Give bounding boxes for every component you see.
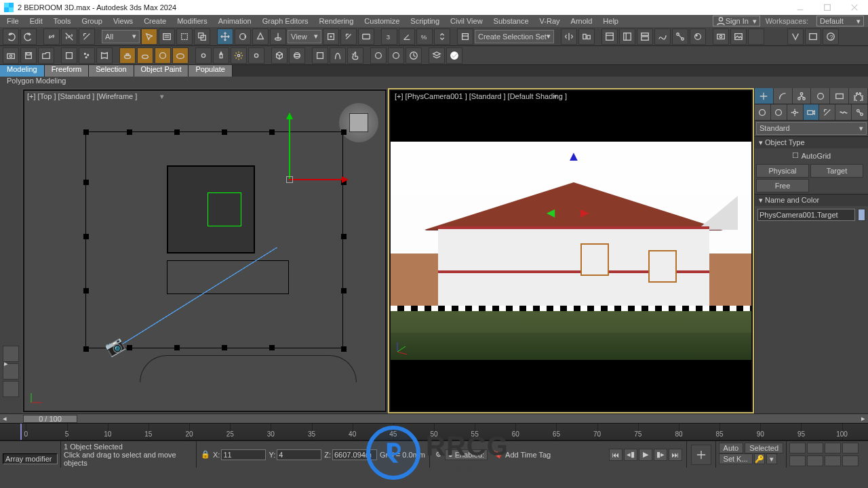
percent-snap-button[interactable]: % <box>416 28 433 45</box>
keyboard-shortcut-override-button[interactable] <box>358 28 374 45</box>
cmd-tab-motion[interactable] <box>811 88 830 104</box>
undo-button[interactable] <box>3 28 19 45</box>
clock-icon[interactable] <box>406 47 422 64</box>
walk-through-button[interactable] <box>807 443 823 453</box>
light-sun-icon[interactable] <box>248 47 264 64</box>
menu-views[interactable]: Views <box>111 17 136 25</box>
gizmo-z-icon[interactable]: ▲ <box>567 148 580 164</box>
vray-frame-buffer-btn[interactable] <box>805 28 821 45</box>
cmd-tab-create[interactable] <box>755 88 774 104</box>
menu-group[interactable]: Group <box>79 17 105 25</box>
autogrid-checkbox[interactable]: ☐AutoGrid <box>755 148 868 163</box>
pan-view-button[interactable] <box>789 443 806 453</box>
time-ruler[interactable]: 0 5 10 15 20 25 30 35 40 45 50 55 60 65 … <box>0 423 868 441</box>
sub-lights-icon[interactable] <box>787 104 804 120</box>
script-enabled-toggle[interactable]: ● Enabled: <box>445 449 488 460</box>
goto-end-button[interactable]: ⏭ <box>669 449 682 461</box>
maximize-button[interactable] <box>814 0 841 15</box>
menu-customize[interactable]: Customize <box>361 17 402 25</box>
object-name-input[interactable] <box>757 209 855 221</box>
gizmo-y-icon[interactable]: ◀ <box>547 206 555 219</box>
type-physical[interactable]: Physical <box>756 164 809 178</box>
sub-helpers-icon[interactable] <box>819 104 835 120</box>
menu-civilview[interactable]: Civil View <box>448 17 485 25</box>
named-selection-dropdown[interactable]: Create Selection Set▾ <box>475 30 554 43</box>
select-move-button[interactable] <box>217 28 233 45</box>
cloth-button[interactable] <box>96 47 113 64</box>
menu-rendering[interactable]: Rendering <box>317 17 357 25</box>
sign-in-dropdown[interactable]: Sign In ▾ <box>713 16 760 26</box>
sub-shapes-icon[interactable] <box>771 104 787 120</box>
time-slider-track[interactable]: 0 / 100 <box>9 415 859 423</box>
set-key-button[interactable]: Set K... <box>719 453 753 464</box>
menu-graph[interactable]: Graph Editors <box>260 17 311 25</box>
unlink-button[interactable] <box>61 28 77 45</box>
rendered-frame-button[interactable] <box>730 28 747 45</box>
viewport-filter-icon[interactable]: ▾ <box>553 92 557 101</box>
coord-z-input[interactable] <box>332 449 377 460</box>
link-button[interactable] <box>43 28 60 45</box>
toggle-layer-explorer-button[interactable] <box>619 28 635 45</box>
key-filters-icon[interactable]: 🔑 <box>754 453 765 464</box>
slider-left-arrow[interactable]: ◂ <box>3 414 7 423</box>
use-pivot-center-button[interactable] <box>323 28 339 45</box>
light-omni-icon[interactable] <box>231 47 247 64</box>
viewport-camera[interactable]: [+] [PhysCamera001 ] [Standard ] [Defaul… <box>389 89 753 412</box>
key-mode-toggle-icon[interactable] <box>691 445 711 465</box>
slider-right-arrow[interactable]: ▸ <box>861 414 865 423</box>
schematic-view-button[interactable] <box>672 28 688 45</box>
snapshot-button[interactable] <box>3 47 19 64</box>
workspace-dropdown[interactable]: Default ▾ <box>816 16 864 26</box>
menu-edit[interactable]: Edit <box>27 17 45 25</box>
rollout-name-color[interactable]: ▾ Name and Color <box>755 194 868 206</box>
ribbon-tab-populate[interactable]: Populate <box>189 65 232 77</box>
sub-geometry-icon[interactable] <box>755 104 771 120</box>
move-gizmo-y[interactable] <box>289 118 290 179</box>
curve-editor-button[interactable] <box>654 28 671 45</box>
auto-key-button[interactable]: Auto <box>719 443 744 453</box>
render-production-button[interactable] <box>748 28 764 45</box>
coord-x-input[interactable] <box>221 449 266 460</box>
vray-btn[interactable] <box>787 28 804 45</box>
selected-filter-button[interactable]: Selected <box>745 443 783 453</box>
menu-scripting[interactable]: Scripting <box>408 17 442 25</box>
select-rotate-button[interactable] <box>235 28 251 45</box>
menu-help[interactable]: Help <box>600 17 621 25</box>
type-free[interactable]: Free <box>756 179 809 192</box>
gray-sphere-icon[interactable] <box>370 47 387 64</box>
select-scale-button[interactable] <box>252 28 269 45</box>
time-tag-icon[interactable]: 🔖 <box>493 450 502 459</box>
window-crossing-button[interactable] <box>194 28 210 45</box>
sub-systems-icon[interactable] <box>852 104 868 120</box>
snap-toggle-button[interactable]: 3 <box>381 28 397 45</box>
gizmo-x-icon[interactable]: ▶ <box>580 206 589 219</box>
play-button[interactable]: ▶ <box>639 449 652 461</box>
teapot-3-icon[interactable] <box>155 47 171 64</box>
viewport-top[interactable]: [+] [Top ] [Standard ] [Wireframe ] ▾ <box>23 89 387 412</box>
cmd-tab-display[interactable] <box>830 88 849 104</box>
ribbon-tab-modeling[interactable]: Modeling <box>0 65 45 77</box>
teapot-4-icon[interactable] <box>172 47 189 64</box>
physx-icon[interactable] <box>312 47 328 64</box>
cmd-tab-hierarchy[interactable] <box>793 88 812 104</box>
hair-icon[interactable] <box>330 47 346 64</box>
maxscript-mini-listener[interactable] <box>3 453 58 464</box>
zoom-all-button[interactable] <box>842 443 859 453</box>
zoom-button[interactable] <box>825 443 841 453</box>
light-2-icon[interactable] <box>213 47 229 64</box>
open-button[interactable] <box>38 47 54 64</box>
bind-button[interactable] <box>79 28 95 45</box>
select-region-rect-button[interactable] <box>176 28 193 45</box>
key-filter-dd-icon[interactable]: ▾ <box>766 453 777 464</box>
orbit-button[interactable] <box>825 455 841 466</box>
redo-button[interactable] <box>20 28 37 45</box>
move-gizmo-center[interactable] <box>286 176 293 183</box>
close-button[interactable] <box>841 0 868 15</box>
menu-arnold[interactable]: Arnold <box>568 17 595 25</box>
save-button[interactable] <box>20 47 37 64</box>
toggle-scene-explorer-button[interactable] <box>601 28 618 45</box>
edit-named-selection-button[interactable] <box>457 28 473 45</box>
add-time-tag[interactable]: Add Time Tag <box>505 451 551 459</box>
ribbon-tab-freeform[interactable]: Freeform <box>45 65 90 77</box>
teapot-1-icon[interactable] <box>119 47 136 64</box>
